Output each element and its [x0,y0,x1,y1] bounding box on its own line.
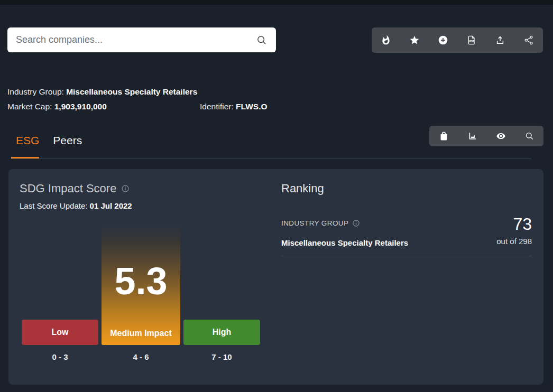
gauge-medium-label: Medium Impact [102,329,180,338]
last-update-label: Last Score Update: [20,201,87,210]
identifier-label: Identifier: [200,102,234,111]
sdg-title-row: SDG Impact Score [20,182,130,195]
rank-group-name: Miscellaneous Specialty Retailers [281,238,408,247]
identifier-group: Identifier: FLWS.O [200,101,268,113]
market-cap-label: Market Cap: [7,102,52,111]
plus-circle-icon [438,35,448,45]
market-cap-line: Market Cap: 1,903,910,000 Identifier: FL… [7,101,377,116]
range-high: 7 - 10 [183,352,260,361]
rank-group-label-row: INDUSTRY GROUP [281,219,360,227]
add-button[interactable] [432,27,454,53]
star-icon [409,35,420,45]
portfolio-button[interactable] [433,126,454,146]
charts-button[interactable] [462,126,483,146]
download-report-button[interactable] [490,27,511,53]
export-pdf-button[interactable]: PDF [461,27,482,53]
share-button[interactable] [518,27,539,53]
info-icon[interactable] [121,184,130,193]
flame-icon [381,35,391,45]
last-score-update: Last Score Update: 01 Jul 2022 [20,201,132,210]
tab-divider [11,158,531,159]
sdg-score-value: 5.3 [102,260,180,302]
search-icon [524,131,534,141]
top-toolbar: PDF [372,27,543,53]
sdg-title: SDG Impact Score [20,182,116,195]
company-info: Industry Group: Miscellaneous Specialty … [7,86,377,116]
last-update-value: 01 Jul 2022 [90,201,132,210]
market-cap-value: 1,903,910,000 [54,102,107,111]
search-input[interactable] [7,34,256,45]
svg-text:PDF: PDF [469,40,474,43]
mini-toolbar [429,126,543,146]
info-icon[interactable] [352,219,360,227]
gauge-high-band: High [183,320,260,345]
tab-esg[interactable]: ESG [16,134,39,147]
sdg-impact-card: SDG Impact Score Last Score Update: 01 J… [8,169,543,385]
hot-companies-button[interactable] [375,27,397,53]
industry-group-value: Miscellaneous Specialty Retailers [66,87,197,96]
search-bar [7,27,276,52]
rank-value: 73 [496,214,532,234]
pdf-document-icon: PDF [466,35,477,45]
gauge-low-label: Low [52,328,69,337]
industry-group-label: Industry Group: [7,87,64,96]
upload-icon [495,35,505,45]
tab-bar: ESG Peers [16,134,82,147]
industry-group-caption: INDUSTRY GROUP [281,219,348,227]
ranking-title: Ranking [281,182,324,195]
eye-icon [496,131,506,141]
tab-peers[interactable]: Peers [53,134,82,147]
shopping-bag-icon [439,131,449,141]
favorite-button[interactable] [404,27,425,53]
rank-total: out of 298 [496,237,532,246]
top-strip [0,0,553,5]
search-icon[interactable] [256,34,268,46]
gauge-ranges: 0 - 3 4 - 6 7 - 10 [22,352,260,363]
rank-number-block: 73 out of 298 [496,214,532,246]
gauge-medium-band: 5.3 Medium Impact [102,226,180,345]
identifier-value: FLWS.O [236,102,267,111]
rank-divider [281,256,532,256]
watchlist-button[interactable] [490,126,511,146]
gauge-low-band: Low [22,320,98,345]
industry-group-line: Industry Group: Miscellaneous Specialty … [7,86,377,101]
gauge-high-label: High [213,328,232,337]
range-low: 0 - 3 [22,352,98,361]
search-company-button[interactable] [519,126,540,146]
range-medium: 4 - 6 [102,352,180,361]
area-chart-icon [467,131,477,141]
share-icon [523,35,534,45]
sdg-score-gauge: 5.3 Medium Impact Low High [22,226,260,345]
